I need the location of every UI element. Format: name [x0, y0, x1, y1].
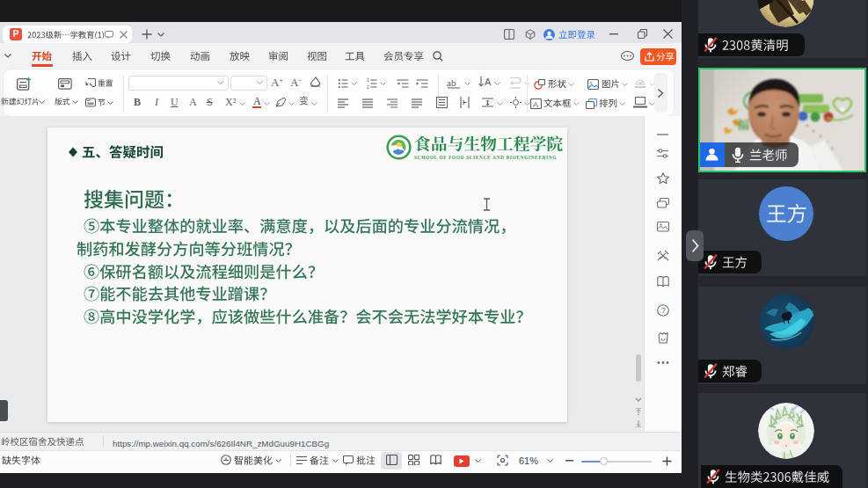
- svg-text:A: A: [533, 100, 538, 109]
- svg-text:1: 1: [367, 78, 369, 83]
- svg-text:A: A: [485, 76, 492, 87]
- svg-text:ab: ab: [447, 77, 456, 88]
- svg-text:?: ?: [661, 306, 666, 315]
- svg-text:2: 2: [367, 84, 369, 89]
